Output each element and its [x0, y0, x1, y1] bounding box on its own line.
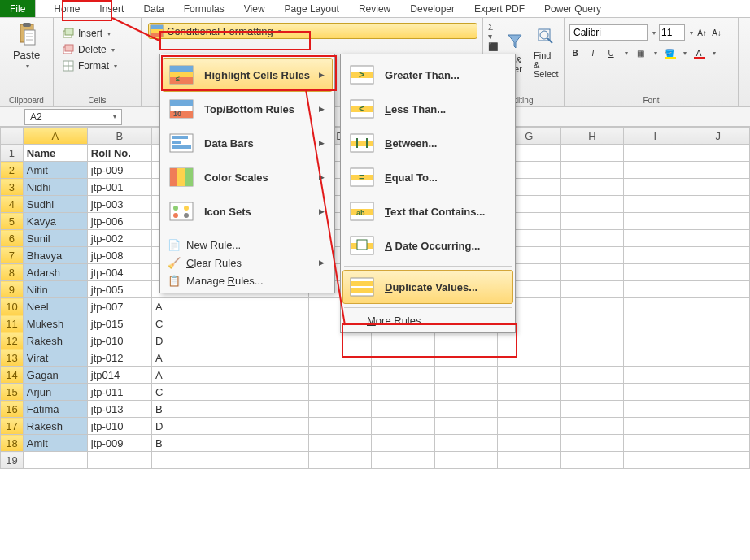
- format-button[interactable]: Format▾: [59, 59, 136, 73]
- cell[interactable]: Name: [23, 145, 87, 162]
- cell[interactable]: [372, 435, 435, 452]
- cell[interactable]: [434, 384, 497, 401]
- cell[interactable]: [308, 367, 372, 384]
- cell[interactable]: [308, 384, 372, 401]
- insert-button[interactable]: Insert▾: [59, 26, 136, 41]
- increase-font-icon[interactable]: A↑: [696, 27, 708, 38]
- cell[interactable]: Neel: [23, 298, 87, 315]
- cell[interactable]: [560, 196, 624, 213]
- cell[interactable]: [560, 213, 624, 230]
- cell[interactable]: C: [151, 384, 308, 401]
- cell[interactable]: [687, 367, 750, 384]
- row-header[interactable]: 6: [1, 230, 24, 247]
- cell[interactable]: [624, 418, 687, 435]
- cell[interactable]: [560, 162, 624, 179]
- cell[interactable]: jtp-011: [87, 384, 151, 401]
- cf-clear-rules[interactable]: 🧹 Clear Rules ▶: [162, 254, 333, 271]
- cell[interactable]: jtp-010: [87, 332, 151, 349]
- cell[interactable]: [372, 452, 435, 469]
- cell[interactable]: [434, 435, 497, 452]
- cell[interactable]: Rakesh: [23, 332, 87, 349]
- hcr-duplicate-values[interactable]: Duplicate Values...: [342, 270, 513, 304]
- tab-formulas[interactable]: Formulas: [174, 0, 234, 17]
- cell[interactable]: [624, 230, 687, 247]
- cell[interactable]: Arjun: [23, 384, 87, 401]
- cell[interactable]: [498, 401, 561, 418]
- cell[interactable]: [151, 452, 308, 469]
- cell[interactable]: Kavya: [23, 213, 87, 230]
- cell[interactable]: [624, 264, 687, 281]
- hcr-between[interactable]: Between...: [342, 126, 513, 160]
- cell[interactable]: [624, 349, 687, 367]
- cell[interactable]: [560, 401, 624, 418]
- cell[interactable]: D: [151, 418, 308, 435]
- cell[interactable]: jtp-012: [87, 349, 151, 367]
- cell[interactable]: [687, 281, 750, 298]
- cell[interactable]: Nidhi: [23, 179, 87, 196]
- hcr-date-occurring[interactable]: A Date Occurring...: [342, 228, 513, 263]
- tab-page-layout[interactable]: Page Layout: [275, 0, 349, 17]
- cell[interactable]: [434, 452, 497, 469]
- tab-home[interactable]: Home: [44, 0, 89, 17]
- cell[interactable]: [560, 384, 624, 401]
- cell[interactable]: [560, 247, 624, 264]
- cell[interactable]: jtp-007: [87, 298, 151, 315]
- tab-developer[interactable]: Developer: [400, 0, 464, 17]
- cell[interactable]: [687, 349, 750, 367]
- delete-button[interactable]: Delete▾: [59, 42, 136, 57]
- cell[interactable]: jtp-005: [87, 281, 151, 298]
- cf-manage-rules[interactable]: 📋 Manage Rules...: [162, 271, 333, 289]
- cell[interactable]: [687, 315, 750, 332]
- hcr-greater-than[interactable]: > Greater Than...: [342, 58, 513, 92]
- cell[interactable]: [624, 247, 687, 264]
- cell[interactable]: jtp-009: [87, 435, 151, 452]
- row-header[interactable]: 7: [1, 247, 24, 264]
- cell[interactable]: jtp-015: [87, 315, 151, 332]
- sigma-icon[interactable]: Σ ▾: [488, 23, 498, 41]
- cell[interactable]: [498, 435, 561, 452]
- cell[interactable]: Sunil: [23, 230, 87, 247]
- cf-icon-sets[interactable]: Icon Sets ▶: [162, 194, 333, 228]
- cell[interactable]: Virat: [23, 349, 87, 367]
- row-header[interactable]: 18: [1, 435, 24, 452]
- cell[interactable]: A: [151, 367, 308, 384]
- cell[interactable]: jtp-009: [87, 162, 151, 179]
- cell[interactable]: [560, 264, 624, 281]
- cell[interactable]: [308, 435, 372, 452]
- cell[interactable]: B: [151, 401, 308, 418]
- cell[interactable]: Sudhi: [23, 196, 87, 213]
- font-color-button[interactable]: A: [693, 47, 704, 59]
- cell[interactable]: [687, 418, 750, 435]
- font-name-select[interactable]: [569, 24, 648, 41]
- cell[interactable]: [308, 401, 372, 418]
- decrease-font-icon[interactable]: A↓: [711, 27, 722, 38]
- row-header[interactable]: 1: [1, 145, 24, 162]
- tab-data[interactable]: Data: [133, 0, 173, 17]
- tab-insert[interactable]: Insert: [89, 0, 133, 17]
- cell[interactable]: [560, 332, 624, 349]
- cell[interactable]: A: [151, 349, 308, 367]
- cell[interactable]: [372, 349, 435, 367]
- cell[interactable]: [687, 179, 750, 196]
- cell[interactable]: [687, 435, 750, 452]
- cell[interactable]: Nitin: [23, 281, 87, 298]
- row-header[interactable]: 12: [1, 332, 24, 349]
- cell[interactable]: [687, 230, 750, 247]
- cell[interactable]: [560, 315, 624, 332]
- cell[interactable]: [687, 384, 750, 401]
- cell[interactable]: [498, 349, 561, 367]
- cell[interactable]: Adarsh: [23, 264, 87, 281]
- cell[interactable]: C: [151, 315, 308, 332]
- cell[interactable]: Rakesh: [23, 418, 87, 435]
- row-header[interactable]: 15: [1, 384, 24, 401]
- cell[interactable]: [687, 401, 750, 418]
- row-header[interactable]: 19: [1, 452, 24, 469]
- cell[interactable]: Bhavya: [23, 247, 87, 264]
- cf-top-bottom-rules[interactable]: 10 Top/Bottom Rules ▶: [162, 92, 333, 126]
- cell[interactable]: [308, 418, 372, 435]
- cell[interactable]: jtp-008: [87, 247, 151, 264]
- cell[interactable]: [372, 401, 435, 418]
- cell[interactable]: [560, 230, 624, 247]
- cell[interactable]: [624, 315, 687, 332]
- cell[interactable]: [687, 162, 750, 179]
